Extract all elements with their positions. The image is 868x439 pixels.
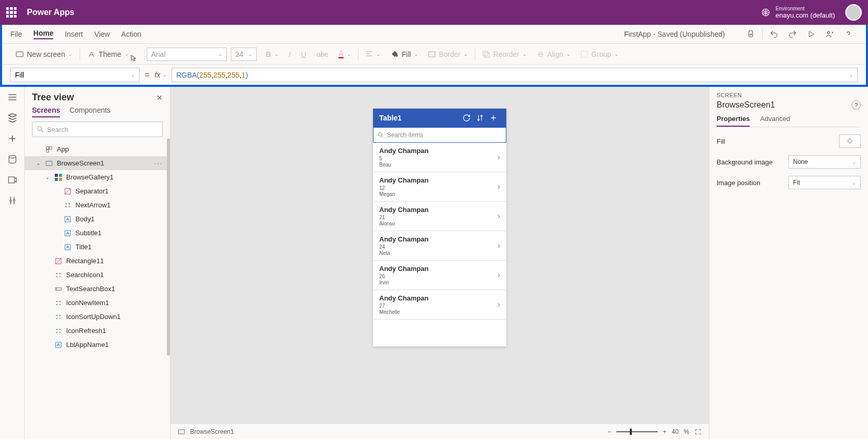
menu-insert[interactable]: Insert xyxy=(65,30,83,38)
svg-rect-6 xyxy=(485,53,489,57)
canvas[interactable]: Table1 Search items Andy Champan5Beau›An… xyxy=(171,87,709,439)
underline-button[interactable]: U xyxy=(296,47,312,62)
close-icon[interactable]: ✕ xyxy=(157,94,163,102)
gallery-item[interactable]: Andy Champan27Mechelle› xyxy=(373,290,506,320)
item-subtitle1: 5 xyxy=(379,156,500,161)
tree-item[interactable]: ⌄BrowseGallery1 xyxy=(25,170,170,184)
bold-button[interactable]: B⌄ xyxy=(261,47,284,62)
tree-item-label: BrowseScreen1 xyxy=(57,159,104,167)
chevron-right-icon[interactable]: › xyxy=(498,153,500,162)
tree-item[interactable]: TextSearchBox1 xyxy=(25,282,170,296)
tree-item[interactable]: IconSortUpDown1 xyxy=(25,310,170,324)
imgpos-select[interactable]: Fit⌄ xyxy=(788,176,861,189)
breadcrumb[interactable]: BrowseScreen1 xyxy=(190,428,234,435)
align-button[interactable]: Align⌄ xyxy=(532,47,576,62)
search-icon xyxy=(37,126,44,133)
fx-label[interactable]: fx⌄ xyxy=(154,71,166,79)
fill-color-picker[interactable] xyxy=(839,134,861,148)
menu-bar: File Home Insert View Action FirstApp - … xyxy=(2,25,866,43)
tree-item[interactable]: Body1 xyxy=(25,212,170,226)
control-icon xyxy=(64,244,71,251)
bgimage-select[interactable]: None⌄ xyxy=(788,155,861,169)
app-launcher-icon[interactable] xyxy=(6,7,17,18)
zoom-slider[interactable] xyxy=(616,431,658,432)
help-icon[interactable] xyxy=(839,27,858,41)
theme-button[interactable]: Theme ⌄ xyxy=(82,47,142,62)
italic-button[interactable]: I xyxy=(284,47,296,62)
tree-item-label: IconRefresh1 xyxy=(66,327,106,335)
font-family-select[interactable]: Arial⌄ xyxy=(147,48,227,61)
tree-item-label: Separator1 xyxy=(75,187,109,195)
property-select[interactable]: Fill⌄ xyxy=(10,68,140,82)
insert-icon[interactable] xyxy=(7,133,18,144)
tree-item[interactable]: Title1 xyxy=(25,240,170,254)
help-icon[interactable]: ? xyxy=(851,100,861,110)
chevron-right-icon[interactable]: › xyxy=(498,241,500,250)
tree-item[interactable]: Separator1 xyxy=(25,184,170,198)
tree-item[interactable]: IconRefresh1 xyxy=(25,324,170,338)
tree-item[interactable]: Subtitle1 xyxy=(25,226,170,240)
tree-item[interactable]: IconNewItem1 xyxy=(25,296,170,310)
search-icon xyxy=(378,132,384,138)
menu-file[interactable]: File xyxy=(10,30,22,38)
hamburger-icon[interactable] xyxy=(7,92,18,102)
zoom-in-button[interactable]: + xyxy=(663,428,667,435)
menu-action[interactable]: Action xyxy=(121,30,142,38)
user-avatar[interactable] xyxy=(845,4,862,21)
add-icon[interactable] xyxy=(487,111,500,125)
gallery-item[interactable]: Andy Champan12Megan› xyxy=(373,172,506,202)
tree-search-input[interactable]: Search xyxy=(32,122,163,137)
chevron-right-icon[interactable]: › xyxy=(498,270,500,280)
environment-picker[interactable]: Environment enayu.com (default) xyxy=(761,6,835,19)
item-title: Andy Champan xyxy=(379,147,500,155)
tree-item[interactable]: SearchIcon1 xyxy=(25,268,170,282)
gallery-item[interactable]: Andy Champan5Beau› xyxy=(373,143,506,172)
new-screen-button[interactable]: New screen ⌄ xyxy=(10,47,78,62)
expand-formula-icon[interactable]: ⌄ xyxy=(849,72,853,78)
control-icon xyxy=(64,216,71,223)
tree-item[interactable]: ⌄BrowseScreen1··· xyxy=(25,156,170,170)
app-checker-icon[interactable] xyxy=(741,27,760,41)
border-button[interactable]: Border⌄ xyxy=(423,47,473,62)
font-color-button[interactable]: A⌄ xyxy=(333,47,355,62)
group-button[interactable]: Group⌄ xyxy=(576,47,624,62)
svg-point-25 xyxy=(69,206,70,207)
undo-icon[interactable] xyxy=(765,27,783,41)
tree-item[interactable]: App xyxy=(25,142,170,156)
reorder-button[interactable]: Reorder⌄ xyxy=(477,47,532,62)
gallery-item[interactable]: Andy Champan24Neta› xyxy=(373,231,506,261)
more-icon[interactable]: ··· xyxy=(154,159,163,167)
chevron-right-icon[interactable]: › xyxy=(498,211,500,221)
chevron-right-icon[interactable]: › xyxy=(498,182,500,191)
fit-screen-icon[interactable] xyxy=(694,428,702,435)
tree-view-icon[interactable] xyxy=(7,113,18,123)
play-icon[interactable] xyxy=(802,27,820,41)
menu-view[interactable]: View xyxy=(94,30,110,38)
tab-screens[interactable]: Screens xyxy=(32,106,60,117)
app-search-input[interactable]: Search items xyxy=(373,127,506,143)
tab-advanced[interactable]: Advanced xyxy=(760,115,790,127)
media-icon[interactable] xyxy=(7,175,18,185)
share-icon[interactable] xyxy=(820,27,839,41)
refresh-icon[interactable] xyxy=(460,111,473,125)
redo-icon[interactable] xyxy=(783,27,802,41)
tree-item[interactable]: NextArrow1 xyxy=(25,198,170,212)
gallery-item[interactable]: Andy Champan21Alonso› xyxy=(373,202,506,231)
tree-scrollbar[interactable] xyxy=(167,139,170,356)
tab-properties[interactable]: Properties xyxy=(717,115,750,127)
tools-icon[interactable] xyxy=(7,195,18,206)
zoom-out-button[interactable]: − xyxy=(608,428,611,435)
tree-item[interactable]: Rectangle11 xyxy=(25,254,170,268)
fill-button[interactable]: Fill ⌄ xyxy=(385,47,424,62)
formula-input[interactable]: RGBA(255, 255, 255, 1) ⌄ xyxy=(172,68,858,82)
tree-item[interactable]: LblAppName1 xyxy=(25,338,170,352)
gallery-item[interactable]: Andy Champan26Irvin› xyxy=(373,261,506,290)
strikethrough-button[interactable]: abc xyxy=(312,47,334,62)
sort-icon[interactable] xyxy=(473,111,487,125)
font-size-select[interactable]: 24⌄ xyxy=(231,48,257,61)
chevron-right-icon[interactable]: › xyxy=(498,300,500,309)
data-icon[interactable] xyxy=(7,154,18,164)
tab-components[interactable]: Components xyxy=(69,106,110,117)
menu-home[interactable]: Home xyxy=(34,29,54,39)
text-align-button[interactable]: ⌄ xyxy=(361,47,385,62)
